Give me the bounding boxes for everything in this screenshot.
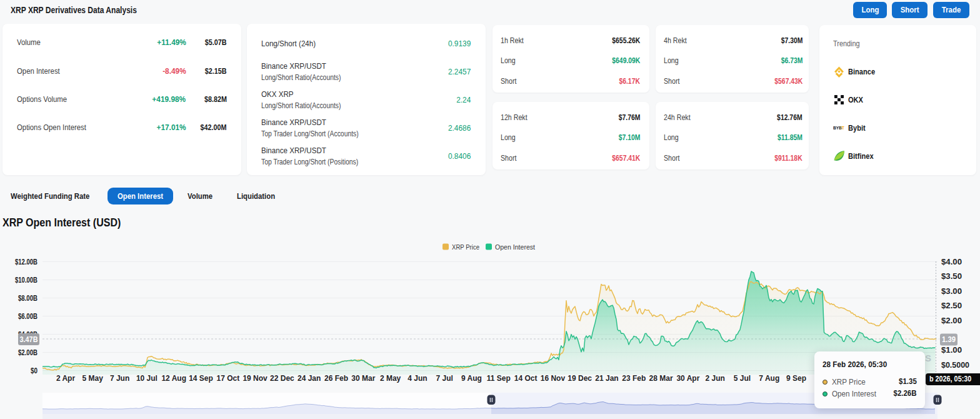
svg-text:19 Nov: 19 Nov [242, 374, 268, 383]
svg-text:2 Apr: 2 Apr [56, 374, 76, 383]
svg-text:19 Dec: 19 Dec [568, 374, 592, 383]
svg-text:22 Dec: 22 Dec [270, 374, 294, 383]
svg-text:$0.5000: $0.5000 [941, 361, 969, 370]
svg-text:$10.00B: $10.00B [15, 276, 38, 285]
svg-text:$2.50: $2.50 [941, 301, 962, 310]
svg-text:$3.00: $3.00 [941, 287, 962, 296]
svg-text:5 May: 5 May [82, 374, 104, 383]
svg-text:Open Interest: Open Interest [495, 243, 536, 251]
svg-text:21 Jan: 21 Jan [595, 374, 618, 383]
svg-text:3.47B: 3.47B [20, 335, 38, 344]
svg-text:14 Oct: 14 Oct [514, 374, 538, 383]
svg-text:9 Sep: 9 Sep [786, 374, 806, 383]
svg-text:16 Nov: 16 Nov [541, 374, 566, 383]
svg-text:$0: $0 [31, 366, 38, 375]
svg-text:23 Feb: 23 Feb [622, 374, 646, 383]
svg-text:12 Aug: 12 Aug [161, 374, 186, 383]
svg-text:$2.00: $2.00 [941, 316, 962, 325]
svg-text:26 Feb: 26 Feb [324, 374, 348, 383]
svg-text:$2.00B: $2.00B [18, 348, 38, 357]
svg-text:30 Apr: 30 Apr [676, 374, 699, 383]
svg-text:$12.00B: $12.00B [15, 258, 38, 266]
svg-text:$8.00B: $8.00B [18, 294, 38, 303]
svg-text:17 Oct: 17 Oct [216, 374, 239, 383]
svg-text:7 Jul: 7 Jul [436, 374, 453, 383]
svg-text:14 Sep: 14 Sep [189, 374, 213, 383]
svg-text:$3.50: $3.50 [941, 272, 962, 281]
svg-text:7 Jun: 7 Jun [110, 374, 129, 383]
svg-text:4 Jun: 4 Jun [408, 374, 427, 383]
svg-text:2 May: 2 May [380, 374, 401, 383]
svg-text:XRP Price: XRP Price [452, 243, 479, 251]
svg-text:10 Jul: 10 Jul [136, 374, 158, 383]
svg-text:30 Mar: 30 Mar [351, 374, 375, 383]
svg-text:!T: !T [840, 126, 844, 130]
svg-text:$1.00: $1.00 [941, 346, 962, 355]
svg-text:11 Sep: 11 Sep [487, 374, 511, 383]
svg-text:7 Aug: 7 Aug [759, 374, 779, 383]
svg-text:24 Jan: 24 Jan [298, 374, 321, 383]
svg-text:9 Aug: 9 Aug [461, 374, 482, 383]
svg-text:1.39: 1.39 [942, 335, 956, 344]
svg-text:5 Jul: 5 Jul [734, 374, 751, 383]
svg-text:2 Jun: 2 Jun [706, 374, 725, 383]
svg-text:$4.00: $4.00 [941, 258, 962, 266]
svg-text:28 Mar: 28 Mar [649, 374, 673, 383]
svg-text:$6.00B: $6.00B [18, 312, 38, 321]
